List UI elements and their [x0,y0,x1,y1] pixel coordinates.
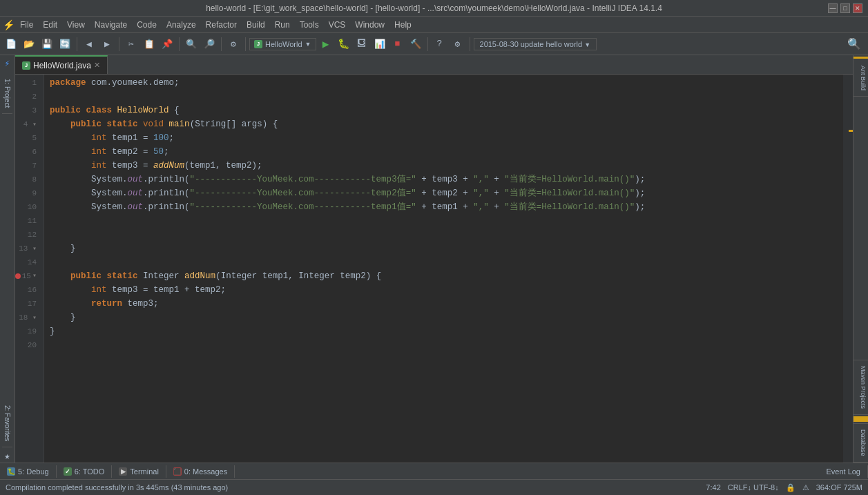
code-line-17: return temp3; [50,297,843,311]
fold-15[interactable]: ▾ [32,269,37,283]
save-button[interactable]: 💾 [39,36,55,52]
debug-tab[interactable]: 🐛 5: Debug [0,465,57,478]
build-project-button[interactable]: 🔨 [407,36,424,52]
code-line-11 [50,214,843,228]
status-right: 7:42 CRLF↓ UTF-8↓ 🔒 ⚠ 364:OF 725M [706,483,862,492]
sidebar-item-project[interactable]: 1: Project [2,73,12,114]
code-editor[interactable]: package com.youmeek.demo; public class H… [44,75,843,463]
code-line-5: int temp1 = 100 ; [50,131,843,145]
copy-button[interactable]: 📋 [141,36,157,52]
code-line-10: System . out .println( "------------YouM… [50,200,843,214]
time-display: 7:42 [706,483,720,492]
terminal-tab[interactable]: ▶ Terminal [112,465,166,478]
menu-navigate[interactable]: Navigate [90,19,131,31]
line-num-1: 1 [15,76,41,90]
code-line-12 [50,228,843,242]
run-button[interactable]: ▶ [318,36,334,52]
help-button[interactable]: ? [432,36,448,52]
line-col-display: 364:OF 725M [816,483,862,492]
menu-vcs[interactable]: VCS [325,19,350,31]
line-num-17: 17 [15,297,41,311]
todo-tab[interactable]: ✓ 6: TODO [57,465,113,478]
code-line-18: } [50,311,843,324]
close-button[interactable]: ✕ [853,3,862,13]
right-gutter-marker [853,57,868,59]
toolbar-separator-6 [427,37,428,51]
right-sidebar: Ant Build Maven Projects Database [853,55,868,463]
line-num-7: 7 [15,159,41,173]
bottom-tabs: 🐛 5: Debug ✓ 6: TODO ▶ Terminal ⬛ 0: Mes… [0,463,868,480]
minimize-button[interactable]: — [828,3,838,13]
messages-tab-icon: ⬛ [173,467,182,476]
fold-4[interactable]: ▾ [32,121,37,128]
menu-code[interactable]: Code [133,19,161,31]
scroll-gutter[interactable] [843,75,853,463]
line-num-5: 5 [15,131,41,145]
code-line-20 [50,338,843,352]
menu-refactor[interactable]: Refactor [202,19,241,31]
run-config-name: HelloWorld [265,40,302,48]
line-num-4: 4 ▾ [15,117,41,131]
event-log-tab[interactable]: Event Log [819,465,868,478]
tab-close-button[interactable]: ✕ [94,61,100,70]
editor-tabs: J HelloWorld.java ✕ [15,55,853,75]
debug-button[interactable]: 🐛 [336,36,352,52]
tab-helloworld-java[interactable]: J HelloWorld.java ✕ [15,55,108,74]
find-button[interactable]: 🔍 [183,36,200,52]
toolbar-separator-5 [245,37,246,51]
new-file-button[interactable]: 📄 [3,36,19,52]
structure-button[interactable]: ⚙ [225,36,242,52]
profile-button[interactable]: 📊 [372,36,388,52]
settings-button[interactable]: ⚙ [450,36,466,52]
paste-button[interactable]: 📌 [159,36,175,52]
open-button[interactable]: 📂 [21,36,37,52]
ant-build-tab[interactable]: Ant Build [853,60,868,97]
status-bar: Compilation completed successfully in 3s… [0,480,868,495]
menu-help[interactable]: Help [390,19,416,31]
vcs-commit-selector[interactable]: 2015-08-30 update hello world ▼ [474,38,597,50]
line-num-3: 3 [15,104,41,117]
vcs-dropdown-icon: ▼ [584,41,590,48]
fold-18[interactable]: ▾ [32,314,37,322]
maximize-button[interactable]: □ [840,3,850,13]
fold-13[interactable]: ▾ [32,245,37,253]
coverage-button[interactable]: ⛾ [354,36,370,52]
menu-build[interactable]: Build [242,19,269,31]
forward-button[interactable]: ▶ [99,36,115,52]
code-line-15: public static Integer addNum ( Integer t… [50,269,843,283]
maven-projects-tab[interactable]: Maven Projects [853,360,868,415]
favorites-star-icon[interactable]: ★ [1,449,15,463]
tab-file-icon: J [22,61,30,70]
line-num-19: 19 [15,324,41,338]
menu-file[interactable]: File [16,19,37,31]
terminal-tab-label: Terminal [130,467,159,476]
run-config-selector[interactable]: J HelloWorld ▼ [249,38,316,50]
menu-window[interactable]: Window [351,19,389,31]
breakpoint-15[interactable] [15,273,21,279]
replace-button[interactable]: 🔎 [201,36,218,52]
stop-button[interactable]: ■ [389,36,406,52]
event-log-label: Event Log [826,467,860,476]
messages-tab[interactable]: ⬛ 0: Messages [166,465,235,478]
left-sidebar: ⚡ 1: Project 2: Favorites ★ [0,55,15,463]
menu-view[interactable]: View [63,19,89,31]
cut-button[interactable]: ✂ [123,36,139,52]
code-line-2 [50,90,843,104]
menu-analyze[interactable]: Analyze [162,19,200,31]
encoding-display[interactable]: CRLF↓ UTF-8↓ [728,483,779,492]
menu-edit[interactable]: Edit [39,19,61,31]
sync-button[interactable]: 🔄 [57,36,73,52]
menu-run[interactable]: Run [271,19,294,31]
scroll-mark-1 [849,130,853,132]
menu-tools[interactable]: Tools [296,19,323,31]
global-search-button[interactable]: 🔍 [843,36,865,52]
database-tab[interactable]: Database [853,423,868,463]
maven-indicator [853,416,868,422]
sidebar-item-favorites[interactable]: 2: Favorites [2,400,12,447]
line-num-18: 18 ▾ [15,311,41,324]
back-button[interactable]: ◀ [81,36,97,52]
title-bar-controls: — □ ✕ [828,3,862,13]
toolbar: 📄 📂 💾 🔄 ◀ ▶ ✂ 📋 📌 🔍 🔎 ⚙ J HelloWorld ▼ ▶… [0,33,868,55]
line-num-12: 12 [15,228,41,242]
line-num-16: 16 [15,283,41,297]
